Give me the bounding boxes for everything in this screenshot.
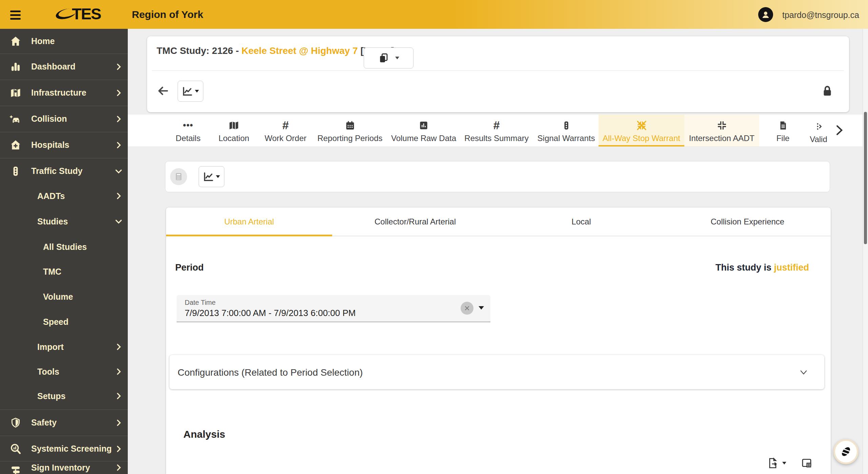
tab-reporting-periods[interactable]: Reporting Periods bbox=[312, 115, 388, 146]
person-icon bbox=[761, 9, 771, 20]
page-scrollbar-thumb[interactable] bbox=[864, 112, 867, 244]
back-button[interactable] bbox=[157, 84, 169, 99]
sidebar-item-safety[interactable]: Safety bbox=[0, 410, 128, 436]
tab-file[interactable]: File bbox=[768, 115, 798, 146]
calendar-icon bbox=[345, 118, 356, 133]
subtab-collector-rural-arterial[interactable]: Collector/Rural Arterial bbox=[332, 208, 498, 236]
map-icon bbox=[228, 118, 240, 133]
sidebar-item-setups[interactable]: Setups bbox=[0, 384, 128, 408]
line-chart-icon bbox=[182, 86, 193, 97]
sidebar-item-sign-inventory[interactable]: Sign Inventory bbox=[0, 461, 128, 474]
active-tab-underline bbox=[599, 145, 684, 146]
bar-chart-icon bbox=[418, 118, 429, 133]
chevron-right-icon bbox=[114, 192, 123, 200]
validation-icon bbox=[813, 119, 824, 134]
copy-dropdown-caret-icon[interactable] bbox=[395, 57, 399, 59]
sidebar-item-aadts[interactable]: AADTs bbox=[0, 184, 128, 208]
sidebar-item-all-studies[interactable]: All Studies bbox=[0, 235, 128, 259]
datetime-label: Date Time bbox=[185, 299, 216, 307]
screening-icon bbox=[9, 442, 22, 456]
chevron-down-icon bbox=[114, 217, 123, 226]
tab-signal-warrants[interactable]: Signal Warrants bbox=[534, 115, 599, 146]
sidebar-item-speed[interactable]: Speed bbox=[0, 310, 128, 334]
chevron-right-icon bbox=[114, 342, 123, 351]
copy-icon bbox=[378, 53, 389, 63]
tab-validation-truncated[interactable]: Valid bbox=[805, 115, 832, 146]
close-icon bbox=[464, 305, 470, 312]
tab-volume-raw-data[interactable]: Volume Raw Data bbox=[390, 115, 458, 146]
export-file-icon[interactable] bbox=[767, 457, 779, 469]
sidebar-item-systemic-screening[interactable]: Systemic Screening bbox=[0, 436, 128, 462]
chevron-right-icon bbox=[114, 445, 123, 453]
study-title-location: Keele Street @ Highway 7 bbox=[241, 45, 358, 56]
study-title-prefix: TMC Study: 2126 - bbox=[157, 45, 241, 56]
lock-indicator bbox=[820, 84, 834, 99]
user-email[interactable]: tpardo@tnsgroup.ca bbox=[782, 10, 859, 20]
sidebar-item-dashboard[interactable]: Dashboard bbox=[0, 54, 128, 80]
chart-dropdown-caret-icon[interactable] bbox=[216, 175, 220, 178]
sidebar-item-home[interactable]: Home bbox=[0, 29, 128, 54]
report-frame-icon[interactable] bbox=[801, 457, 813, 469]
tab-location[interactable]: Location bbox=[214, 115, 254, 146]
back-arrow-icon bbox=[157, 84, 169, 97]
shield-icon bbox=[9, 416, 22, 430]
sidebar-item-volume[interactable]: Volume bbox=[0, 285, 128, 309]
collision-icon bbox=[9, 112, 22, 126]
sidebar-item-hospitals[interactable]: Hospitals bbox=[0, 132, 128, 158]
leaf-logo-icon bbox=[839, 445, 853, 459]
chevron-down-icon[interactable] bbox=[799, 367, 809, 377]
chart-dropdown-caret-icon[interactable] bbox=[195, 90, 199, 93]
floating-assistant-button[interactable] bbox=[833, 439, 859, 464]
tab-work-order[interactable]: # Work Order bbox=[259, 115, 312, 146]
sidebar-item-studies[interactable]: Studies bbox=[0, 210, 128, 233]
sidebar-item-infrastructure[interactable]: Infrastructure bbox=[0, 80, 128, 106]
subtab-local[interactable]: Local bbox=[498, 208, 664, 236]
sidebar-item-tmc[interactable]: TMC bbox=[0, 260, 128, 283]
home-icon bbox=[9, 35, 22, 48]
datetime-dropdown-caret-icon[interactable] bbox=[479, 306, 484, 310]
user-avatar[interactable] bbox=[758, 7, 773, 22]
datetime-picker[interactable]: Date Time 7/9/2013 7:00:00 AM - 7/9/2013… bbox=[177, 295, 490, 322]
top-bar: TES Region of York tpardo@tnsgroup.ca bbox=[0, 0, 868, 29]
dashboard-icon bbox=[9, 60, 22, 74]
hamburger-menu-icon[interactable] bbox=[10, 11, 21, 20]
export-dropdown-caret-icon[interactable] bbox=[782, 462, 786, 465]
calculate-button[interactable] bbox=[170, 168, 187, 185]
chevron-right-icon bbox=[114, 463, 123, 472]
file-icon bbox=[778, 118, 788, 133]
clear-datetime-button[interactable] bbox=[461, 302, 473, 315]
warrant-content-card: Urban Arterial Collector/Rural Arterial … bbox=[166, 208, 831, 474]
warrant-toolbar bbox=[165, 161, 830, 192]
logo-text: TES bbox=[72, 4, 101, 24]
copy-study-button[interactable] bbox=[364, 47, 413, 68]
tab-all-way-stop-warrant[interactable]: All-Way Stop Warrant bbox=[599, 115, 684, 146]
tab-results-summary[interactable]: # Results Summary bbox=[463, 115, 530, 146]
sidebar-item-import[interactable]: Import bbox=[0, 335, 128, 359]
line-chart-icon bbox=[203, 171, 214, 182]
period-heading: Period bbox=[175, 262, 204, 273]
datetime-value[interactable]: 7/9/2013 7:00:00 AM - 7/9/2013 6:00:00 P… bbox=[185, 308, 356, 318]
chevron-right-icon bbox=[114, 88, 123, 97]
tab-scroll-right-button[interactable] bbox=[832, 123, 846, 138]
sidebar-item-tools[interactable]: Tools bbox=[0, 360, 128, 383]
subtab-urban-arterial[interactable]: Urban Arterial bbox=[166, 208, 332, 236]
traffic-light-icon bbox=[9, 164, 22, 178]
page-scrollbar-track[interactable] bbox=[863, 29, 868, 474]
tab-details[interactable]: ••• Details bbox=[169, 115, 207, 146]
configurations-accordion[interactable]: Configurations (Related to Period Select… bbox=[169, 355, 824, 389]
chart-view-button[interactable] bbox=[178, 81, 203, 102]
sidebar-item-traffic-study[interactable]: Traffic Study bbox=[0, 158, 128, 184]
chevron-right-icon bbox=[114, 367, 123, 376]
app-screen: TES Region of York tpardo@tnsgroup.ca Ho… bbox=[0, 0, 868, 474]
warrant-subtab-bar: Urban Arterial Collector/Rural Arterial … bbox=[166, 208, 831, 236]
tes-logo[interactable]: TES bbox=[54, 4, 101, 24]
tab-intersection-aadt[interactable]: Intersection AADT bbox=[684, 115, 759, 146]
justified-value: justified bbox=[774, 262, 809, 273]
subtab-collision-experience[interactable]: Collision Experience bbox=[664, 208, 831, 236]
study-tab-bar: ••• Details Location # Work Order Report… bbox=[128, 115, 863, 147]
region-title: Region of York bbox=[132, 9, 203, 20]
analysis-actions bbox=[767, 457, 813, 469]
chart-view-button[interactable] bbox=[199, 166, 224, 187]
sidebar-item-collision[interactable]: Collision bbox=[0, 106, 128, 132]
chevron-right-icon bbox=[114, 62, 123, 71]
